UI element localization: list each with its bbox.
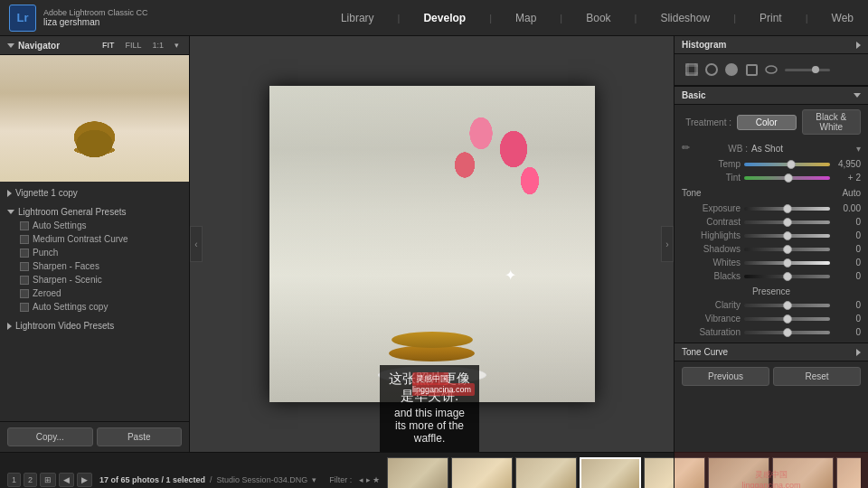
top-bar: Lr Adobe Lightroom Classic CC liza gersh… bbox=[0, 0, 868, 36]
preset-group-video-label: Lightroom Video Presets bbox=[15, 321, 114, 331]
thumb-4-selected[interactable] bbox=[580, 457, 641, 489]
nav-fill-btn[interactable]: FILL bbox=[122, 40, 144, 51]
reset-button[interactable]: Reset bbox=[773, 367, 861, 386]
group-open-icon bbox=[7, 210, 14, 214]
preset-item-sharpen-scenic[interactable]: Sharpen - Scenic bbox=[7, 273, 182, 286]
copy-button[interactable]: Copy... bbox=[7, 427, 93, 446]
tone-auto-btn[interactable]: Auto bbox=[842, 188, 861, 198]
subtitle-chinese: 这张照片更像是华夫饼. bbox=[389, 371, 470, 405]
wb-dropdown[interactable]: ▾ bbox=[856, 144, 861, 154]
preset-item-medium-contrast[interactable]: Medium Contrast Curve bbox=[7, 232, 182, 246]
thumb-1[interactable] bbox=[387, 457, 448, 489]
whites-label: Whites bbox=[682, 258, 741, 267]
bw-btn[interactable]: Black & White bbox=[802, 109, 862, 135]
wb-eyedropper-icon[interactable]: ✏ bbox=[682, 142, 694, 155]
preset-group-previous-header[interactable]: Vignette 1 copy bbox=[7, 186, 182, 200]
navigator-header[interactable]: Navigator FIT FILL 1:1 ▾ bbox=[0, 36, 189, 55]
vibrance-value: 0 bbox=[834, 314, 861, 324]
temp-slider[interactable] bbox=[744, 163, 830, 166]
preset-item-auto-settings-copy[interactable]: Auto Settings copy bbox=[7, 300, 182, 314]
vibrance-slider[interactable] bbox=[744, 317, 830, 321]
tool-slider[interactable] bbox=[785, 69, 830, 71]
preset-item-auto-settings[interactable]: Auto Settings bbox=[7, 219, 182, 232]
preset-group-previous-label: Vignette 1 copy bbox=[15, 188, 78, 198]
tone-curve-row[interactable]: Tone Curve bbox=[675, 343, 868, 361]
tint-slider-thumb[interactable] bbox=[784, 174, 793, 183]
nav-fit-btn[interactable]: FIT bbox=[99, 40, 118, 51]
filmstrip-next-btn[interactable]: ▶ bbox=[77, 473, 92, 487]
nav-book[interactable]: Book bbox=[580, 8, 616, 28]
filmstrip-btn-2[interactable]: 2 bbox=[24, 473, 37, 487]
filmstrip-grid-btn[interactable]: ⊞ bbox=[40, 473, 56, 487]
preset-item-sharpen-faces[interactable]: Sharpen - Faces bbox=[7, 259, 182, 273]
preset-group-video-header[interactable]: Lightroom Video Presets bbox=[7, 319, 182, 333]
main-photo bbox=[269, 86, 595, 402]
preset-group-general-header[interactable]: Lightroom General Presets bbox=[7, 205, 182, 219]
radial-filter-tool[interactable] bbox=[761, 60, 781, 80]
whites-value: 0 bbox=[834, 258, 861, 267]
thumb-img bbox=[516, 458, 576, 489]
clarity-slider[interactable] bbox=[744, 304, 830, 307]
clarity-thumb[interactable] bbox=[783, 301, 792, 310]
contrast-thumb[interactable] bbox=[783, 218, 792, 227]
blacks-slider[interactable] bbox=[744, 275, 830, 278]
nav-1to1-btn[interactable]: 1:1 bbox=[149, 40, 166, 51]
nav-web[interactable]: Web bbox=[826, 8, 859, 28]
thumb-img bbox=[581, 459, 639, 489]
thumb-2[interactable] bbox=[451, 457, 513, 489]
preset-icon bbox=[20, 303, 29, 312]
main-layout: Navigator FIT FILL 1:1 ▾ Vignette 1 copy bbox=[0, 36, 868, 452]
filmstrip-count: 17 of 65 photos / 1 selected bbox=[99, 475, 205, 484]
preset-label: Auto Settings bbox=[33, 221, 86, 230]
exposure-slider[interactable] bbox=[744, 207, 830, 211]
center-panel: ✦ 这张照片更像是华夫饼. and this image its more of… bbox=[190, 36, 674, 452]
graduated-filter-tool[interactable] bbox=[741, 60, 761, 80]
histogram-header[interactable]: Histogram bbox=[675, 36, 868, 54]
tool-slider-thumb[interactable] bbox=[812, 66, 819, 73]
nav-custom-btn[interactable]: ▾ bbox=[172, 40, 182, 51]
blacks-thumb[interactable] bbox=[783, 272, 792, 281]
whites-slider[interactable] bbox=[744, 261, 830, 265]
saturation-slider[interactable] bbox=[744, 331, 830, 334]
nav-map[interactable]: Map bbox=[510, 8, 542, 28]
preset-item-zeroed[interactable]: Zeroed bbox=[7, 286, 182, 300]
shadows-slider[interactable] bbox=[744, 248, 830, 251]
filmstrip-btn-1[interactable]: 1 bbox=[7, 473, 21, 487]
filmstrip-watermark-area: 灵感中国linggancina.com bbox=[674, 452, 868, 488]
temp-slider-thumb[interactable] bbox=[787, 160, 796, 169]
nav-slideshow[interactable]: Slideshow bbox=[655, 8, 715, 28]
whites-thumb[interactable] bbox=[783, 258, 792, 267]
left-panel-arrow[interactable]: ‹ bbox=[190, 226, 203, 262]
nav-print[interactable]: Print bbox=[754, 8, 788, 28]
thumb-3[interactable] bbox=[515, 457, 577, 489]
saturation-thumb[interactable] bbox=[783, 328, 792, 337]
contrast-slider[interactable] bbox=[744, 221, 830, 224]
filmstrip-prev-btn[interactable]: ◀ bbox=[59, 473, 74, 487]
temp-slider-row: Temp 4,950 bbox=[675, 157, 868, 171]
exposure-thumb[interactable] bbox=[783, 204, 792, 213]
paste-button[interactable]: Paste bbox=[97, 427, 183, 446]
shadows-thumb[interactable] bbox=[783, 245, 792, 254]
adjustment-brush-tool[interactable] bbox=[722, 60, 741, 80]
tone-section-header: Tone Auto bbox=[682, 188, 861, 198]
nav-library[interactable]: Library bbox=[335, 8, 380, 28]
right-panel-arrow[interactable]: › bbox=[661, 226, 674, 262]
contrast-value: 0 bbox=[834, 217, 861, 227]
vibrance-thumb[interactable] bbox=[783, 314, 792, 324]
group-collapse-icon bbox=[7, 190, 12, 197]
previous-button[interactable]: Previous bbox=[682, 367, 769, 386]
presets-list[interactable]: Vignette 1 copy Lightroom General Preset… bbox=[0, 182, 189, 421]
filter-controls[interactable]: ◂ ▸ ★ bbox=[359, 475, 380, 484]
spot-removal-tool[interactable] bbox=[702, 60, 722, 80]
nav-develop[interactable]: Develop bbox=[418, 8, 471, 28]
highlights-thumb[interactable] bbox=[783, 231, 792, 240]
crop-tool[interactable] bbox=[682, 60, 702, 80]
color-btn[interactable]: Color bbox=[737, 115, 797, 130]
pancake-layer-2 bbox=[392, 332, 473, 348]
tint-slider[interactable] bbox=[744, 176, 830, 180]
left-footer: Copy... Paste bbox=[0, 421, 189, 452]
basic-panel-header[interactable]: Basic bbox=[675, 86, 868, 105]
highlights-slider[interactable] bbox=[744, 234, 830, 238]
preset-item-punch[interactable]: Punch bbox=[7, 246, 182, 259]
saturation-value: 0 bbox=[834, 327, 861, 337]
